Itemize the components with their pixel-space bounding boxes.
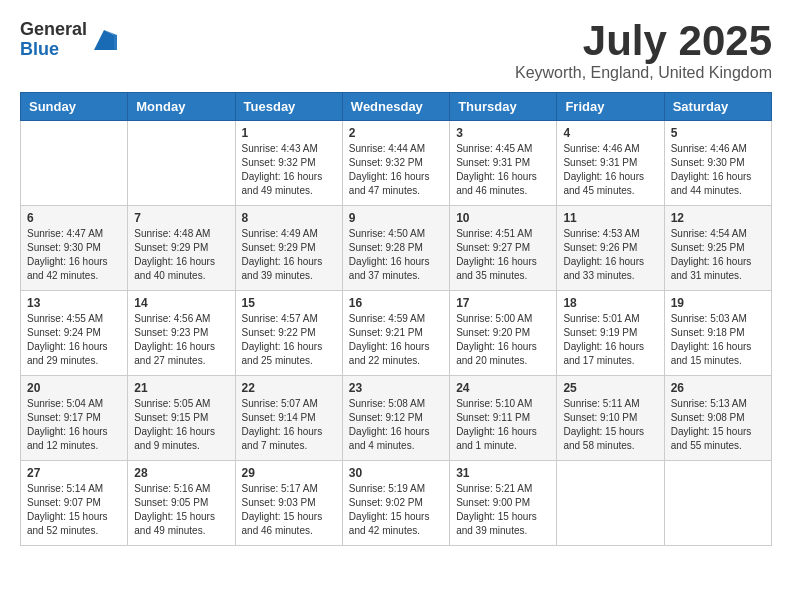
week-row-5: 27Sunrise: 5:14 AM Sunset: 9:07 PM Dayli…: [21, 461, 772, 546]
logo-icon: [89, 25, 119, 55]
calendar-cell: 16Sunrise: 4:59 AM Sunset: 9:21 PM Dayli…: [342, 291, 449, 376]
day-info: Sunrise: 5:21 AM Sunset: 9:00 PM Dayligh…: [456, 482, 550, 538]
calendar-cell: 18Sunrise: 5:01 AM Sunset: 9:19 PM Dayli…: [557, 291, 664, 376]
calendar-cell: [128, 121, 235, 206]
day-number: 20: [27, 381, 121, 395]
day-info: Sunrise: 4:48 AM Sunset: 9:29 PM Dayligh…: [134, 227, 228, 283]
day-number: 11: [563, 211, 657, 225]
calendar-cell: 17Sunrise: 5:00 AM Sunset: 9:20 PM Dayli…: [450, 291, 557, 376]
day-info: Sunrise: 5:03 AM Sunset: 9:18 PM Dayligh…: [671, 312, 765, 368]
day-number: 26: [671, 381, 765, 395]
day-info: Sunrise: 4:47 AM Sunset: 9:30 PM Dayligh…: [27, 227, 121, 283]
logo-blue-text: Blue: [20, 40, 87, 60]
calendar-cell: 14Sunrise: 4:56 AM Sunset: 9:23 PM Dayli…: [128, 291, 235, 376]
day-number: 12: [671, 211, 765, 225]
calendar-cell: 7Sunrise: 4:48 AM Sunset: 9:29 PM Daylig…: [128, 206, 235, 291]
page-header: General Blue July 2025 Keyworth, England…: [20, 20, 772, 82]
day-number: 6: [27, 211, 121, 225]
calendar-cell: 11Sunrise: 4:53 AM Sunset: 9:26 PM Dayli…: [557, 206, 664, 291]
day-info: Sunrise: 5:05 AM Sunset: 9:15 PM Dayligh…: [134, 397, 228, 453]
day-number: 24: [456, 381, 550, 395]
day-number: 28: [134, 466, 228, 480]
day-number: 16: [349, 296, 443, 310]
title-block: July 2025 Keyworth, England, United King…: [515, 20, 772, 82]
day-info: Sunrise: 4:56 AM Sunset: 9:23 PM Dayligh…: [134, 312, 228, 368]
calendar-cell: 25Sunrise: 5:11 AM Sunset: 9:10 PM Dayli…: [557, 376, 664, 461]
calendar-cell: 2Sunrise: 4:44 AM Sunset: 9:32 PM Daylig…: [342, 121, 449, 206]
day-number: 27: [27, 466, 121, 480]
day-number: 29: [242, 466, 336, 480]
week-row-4: 20Sunrise: 5:04 AM Sunset: 9:17 PM Dayli…: [21, 376, 772, 461]
day-number: 7: [134, 211, 228, 225]
day-number: 22: [242, 381, 336, 395]
day-number: 18: [563, 296, 657, 310]
day-info: Sunrise: 4:44 AM Sunset: 9:32 PM Dayligh…: [349, 142, 443, 198]
calendar-cell: 3Sunrise: 4:45 AM Sunset: 9:31 PM Daylig…: [450, 121, 557, 206]
calendar-cell: 30Sunrise: 5:19 AM Sunset: 9:02 PM Dayli…: [342, 461, 449, 546]
day-info: Sunrise: 5:01 AM Sunset: 9:19 PM Dayligh…: [563, 312, 657, 368]
calendar-cell: 5Sunrise: 4:46 AM Sunset: 9:30 PM Daylig…: [664, 121, 771, 206]
day-info: Sunrise: 5:00 AM Sunset: 9:20 PM Dayligh…: [456, 312, 550, 368]
calendar-cell: 20Sunrise: 5:04 AM Sunset: 9:17 PM Dayli…: [21, 376, 128, 461]
calendar-cell: 31Sunrise: 5:21 AM Sunset: 9:00 PM Dayli…: [450, 461, 557, 546]
calendar-cell: 15Sunrise: 4:57 AM Sunset: 9:22 PM Dayli…: [235, 291, 342, 376]
calendar-cell: 10Sunrise: 4:51 AM Sunset: 9:27 PM Dayli…: [450, 206, 557, 291]
day-info: Sunrise: 4:51 AM Sunset: 9:27 PM Dayligh…: [456, 227, 550, 283]
day-info: Sunrise: 5:11 AM Sunset: 9:10 PM Dayligh…: [563, 397, 657, 453]
logo-general-text: General: [20, 20, 87, 40]
calendar-table: SundayMondayTuesdayWednesdayThursdayFrid…: [20, 92, 772, 546]
day-number: 10: [456, 211, 550, 225]
calendar-cell: 8Sunrise: 4:49 AM Sunset: 9:29 PM Daylig…: [235, 206, 342, 291]
day-header-wednesday: Wednesday: [342, 93, 449, 121]
week-row-3: 13Sunrise: 4:55 AM Sunset: 9:24 PM Dayli…: [21, 291, 772, 376]
day-info: Sunrise: 4:46 AM Sunset: 9:31 PM Dayligh…: [563, 142, 657, 198]
day-number: 14: [134, 296, 228, 310]
week-row-2: 6Sunrise: 4:47 AM Sunset: 9:30 PM Daylig…: [21, 206, 772, 291]
calendar-cell: [664, 461, 771, 546]
calendar-cell: 23Sunrise: 5:08 AM Sunset: 9:12 PM Dayli…: [342, 376, 449, 461]
day-number: 3: [456, 126, 550, 140]
day-info: Sunrise: 5:16 AM Sunset: 9:05 PM Dayligh…: [134, 482, 228, 538]
day-number: 30: [349, 466, 443, 480]
day-number: 4: [563, 126, 657, 140]
day-header-friday: Friday: [557, 93, 664, 121]
calendar-cell: [21, 121, 128, 206]
day-number: 25: [563, 381, 657, 395]
logo: General Blue: [20, 20, 119, 60]
calendar-cell: 6Sunrise: 4:47 AM Sunset: 9:30 PM Daylig…: [21, 206, 128, 291]
day-info: Sunrise: 4:49 AM Sunset: 9:29 PM Dayligh…: [242, 227, 336, 283]
day-info: Sunrise: 4:43 AM Sunset: 9:32 PM Dayligh…: [242, 142, 336, 198]
day-info: Sunrise: 4:57 AM Sunset: 9:22 PM Dayligh…: [242, 312, 336, 368]
day-info: Sunrise: 4:59 AM Sunset: 9:21 PM Dayligh…: [349, 312, 443, 368]
calendar-cell: 1Sunrise: 4:43 AM Sunset: 9:32 PM Daylig…: [235, 121, 342, 206]
month-title: July 2025: [515, 20, 772, 62]
calendar-cell: [557, 461, 664, 546]
day-info: Sunrise: 5:19 AM Sunset: 9:02 PM Dayligh…: [349, 482, 443, 538]
day-number: 31: [456, 466, 550, 480]
week-row-1: 1Sunrise: 4:43 AM Sunset: 9:32 PM Daylig…: [21, 121, 772, 206]
day-info: Sunrise: 5:14 AM Sunset: 9:07 PM Dayligh…: [27, 482, 121, 538]
day-info: Sunrise: 5:08 AM Sunset: 9:12 PM Dayligh…: [349, 397, 443, 453]
calendar-cell: 12Sunrise: 4:54 AM Sunset: 9:25 PM Dayli…: [664, 206, 771, 291]
day-number: 23: [349, 381, 443, 395]
day-info: Sunrise: 4:46 AM Sunset: 9:30 PM Dayligh…: [671, 142, 765, 198]
day-number: 1: [242, 126, 336, 140]
calendar-cell: 27Sunrise: 5:14 AM Sunset: 9:07 PM Dayli…: [21, 461, 128, 546]
calendar-cell: 13Sunrise: 4:55 AM Sunset: 9:24 PM Dayli…: [21, 291, 128, 376]
calendar-cell: 9Sunrise: 4:50 AM Sunset: 9:28 PM Daylig…: [342, 206, 449, 291]
day-info: Sunrise: 4:45 AM Sunset: 9:31 PM Dayligh…: [456, 142, 550, 198]
day-number: 5: [671, 126, 765, 140]
day-header-tuesday: Tuesday: [235, 93, 342, 121]
day-number: 13: [27, 296, 121, 310]
calendar-cell: 22Sunrise: 5:07 AM Sunset: 9:14 PM Dayli…: [235, 376, 342, 461]
day-info: Sunrise: 5:10 AM Sunset: 9:11 PM Dayligh…: [456, 397, 550, 453]
day-number: 2: [349, 126, 443, 140]
day-info: Sunrise: 5:17 AM Sunset: 9:03 PM Dayligh…: [242, 482, 336, 538]
calendar-cell: 28Sunrise: 5:16 AM Sunset: 9:05 PM Dayli…: [128, 461, 235, 546]
day-info: Sunrise: 4:50 AM Sunset: 9:28 PM Dayligh…: [349, 227, 443, 283]
day-number: 21: [134, 381, 228, 395]
day-number: 19: [671, 296, 765, 310]
day-number: 9: [349, 211, 443, 225]
day-info: Sunrise: 4:53 AM Sunset: 9:26 PM Dayligh…: [563, 227, 657, 283]
calendar-cell: 4Sunrise: 4:46 AM Sunset: 9:31 PM Daylig…: [557, 121, 664, 206]
